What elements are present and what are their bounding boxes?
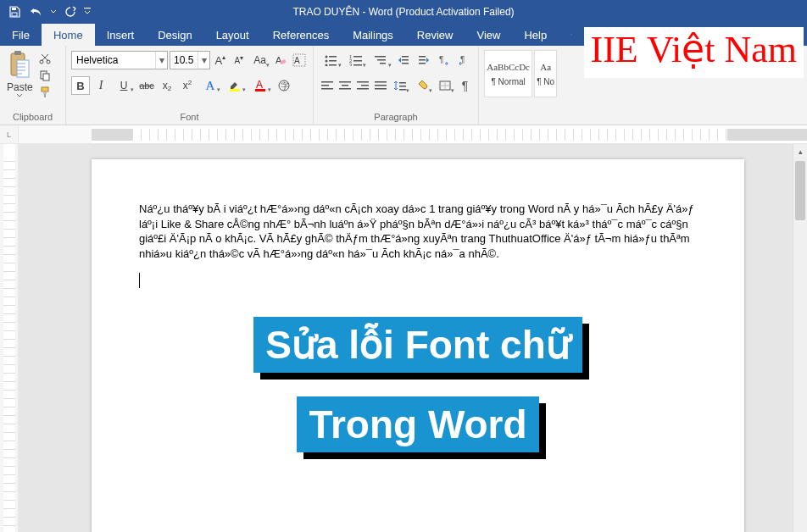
- titlebar: TRAO DUYÊN - Word (Product Activation Fa…: [0, 0, 807, 24]
- tab-help[interactable]: Help: [512, 24, 559, 46]
- copy-icon[interactable]: [37, 68, 53, 83]
- bullets-icon[interactable]: ▾: [319, 51, 342, 69]
- group-clipboard-label: Clipboard: [5, 110, 60, 125]
- page[interactable]: Náº¿u tháº¥y bÃ i viáº¿t hÆ°á»›ng dáº«n …: [92, 159, 744, 532]
- svg-rect-24: [329, 60, 337, 62]
- style-normal[interactable]: AaBbCcDc ¶ Normal: [484, 50, 532, 97]
- group-styles-label: [484, 120, 559, 125]
- svg-rect-39: [419, 56, 426, 58]
- redo-icon[interactable]: [59, 1, 81, 23]
- paste-label: Paste: [7, 81, 33, 93]
- svg-rect-4: [14, 51, 21, 55]
- underline-button[interactable]: U▾: [112, 76, 136, 95]
- italic-button[interactable]: I: [92, 76, 110, 95]
- shrink-font-icon[interactable]: A▾: [231, 51, 248, 69]
- tell-me-icon[interactable]: [559, 24, 584, 46]
- phonetic-guide-icon[interactable]: A: [291, 51, 308, 69]
- tab-mailings[interactable]: Mailings: [341, 24, 405, 46]
- tab-selector-icon[interactable]: L: [0, 125, 19, 143]
- svg-rect-26: [329, 64, 337, 66]
- align-right-icon[interactable]: [354, 76, 370, 95]
- document-area: Náº¿u tháº¥y bÃ i viáº¿t hÆ°á»›ng dáº«n …: [0, 144, 807, 532]
- decrease-indent-icon[interactable]: [394, 51, 413, 69]
- highlight-icon[interactable]: ▾: [224, 76, 248, 95]
- svg-rect-50: [357, 81, 369, 83]
- group-paragraph-label: Paragraph: [319, 110, 473, 125]
- save-icon[interactable]: [3, 1, 25, 23]
- ruler-vertical[interactable]: [0, 144, 19, 532]
- qat-customize-icon[interactable]: [81, 1, 93, 23]
- justify-icon[interactable]: [372, 76, 388, 95]
- svg-rect-22: [329, 56, 337, 58]
- cut-icon[interactable]: [37, 51, 53, 66]
- font-color-icon[interactable]: A▾: [249, 76, 273, 95]
- style-no-spacing[interactable]: Aa ¶ No: [534, 50, 557, 97]
- strikethrough-button[interactable]: abc: [137, 76, 156, 95]
- ltr-direction-icon[interactable]: ¶: [435, 51, 454, 69]
- tab-design[interactable]: Design: [146, 24, 203, 46]
- vertical-scrollbar[interactable]: ▴: [793, 144, 807, 532]
- scroll-up-icon[interactable]: ▴: [793, 144, 807, 158]
- group-paragraph: ▾ 123▾ ▾ ¶ ¶ ▾ ▾ ▾ ¶ Paragraph: [314, 46, 479, 125]
- svg-rect-49: [339, 88, 351, 90]
- svg-text:¶: ¶: [460, 55, 465, 64]
- svg-rect-11: [43, 91, 47, 94]
- tab-review[interactable]: Review: [405, 24, 465, 46]
- font-size-combo[interactable]: 10.5 ▾: [170, 51, 210, 69]
- undo-icon[interactable]: [25, 1, 47, 23]
- tab-references[interactable]: References: [261, 24, 341, 46]
- tab-file[interactable]: File: [0, 24, 42, 46]
- paste-button[interactable]: [8, 48, 31, 80]
- align-left-icon[interactable]: [319, 76, 335, 95]
- subscript-button[interactable]: x2: [158, 76, 176, 95]
- svg-rect-52: [357, 88, 369, 90]
- body-paragraph: Náº¿u tháº¥y bÃ i viáº¿t hÆ°á»›ng dáº«n …: [139, 202, 697, 261]
- tab-layout[interactable]: Layout: [204, 24, 261, 46]
- clear-formatting-icon[interactable]: A: [272, 51, 289, 69]
- group-clipboard: Paste Clipboard: [0, 46, 66, 125]
- style-preview: Aa: [540, 62, 551, 72]
- shading-icon[interactable]: ▾: [412, 76, 432, 95]
- svg-text:¶: ¶: [439, 55, 443, 64]
- svg-point-23: [325, 60, 327, 63]
- svg-rect-48: [342, 85, 348, 86]
- svg-rect-0: [12, 8, 16, 10]
- align-center-icon[interactable]: [337, 76, 353, 95]
- svg-rect-34: [377, 59, 386, 61]
- numbering-icon[interactable]: 123▾: [344, 51, 368, 69]
- increase-indent-icon[interactable]: [415, 51, 433, 69]
- bold-button[interactable]: B: [71, 76, 90, 95]
- show-marks-icon[interactable]: ¶: [457, 76, 473, 95]
- undo-dropdown-icon[interactable]: [47, 1, 59, 23]
- multilevel-list-icon[interactable]: ▾: [369, 51, 392, 69]
- rtl-direction-icon[interactable]: ¶: [454, 51, 473, 69]
- svg-rect-18: [255, 89, 265, 91]
- svg-rect-40: [419, 59, 426, 61]
- group-styles: AaBbCcDc ¶ Normal Aa ¶ No: [479, 46, 564, 125]
- chevron-down-icon[interactable]: ▾: [155, 52, 167, 69]
- enclose-characters-icon[interactable]: 字: [275, 76, 293, 95]
- superscript-button[interactable]: x2: [178, 76, 197, 95]
- svg-rect-45: [321, 85, 329, 86]
- svg-text:A: A: [256, 79, 263, 91]
- font-name-combo[interactable]: Helvetica ▾: [71, 51, 168, 69]
- text-effects-icon[interactable]: A▾: [198, 76, 222, 95]
- svg-rect-57: [399, 86, 406, 87]
- line-spacing-icon[interactable]: ▾: [390, 76, 410, 95]
- tab-view[interactable]: View: [465, 24, 512, 46]
- chevron-down-icon[interactable]: ▾: [198, 52, 209, 69]
- tab-insert[interactable]: Insert: [95, 24, 147, 46]
- quick-access-toolbar: [0, 1, 93, 23]
- tab-home[interactable]: Home: [42, 24, 95, 46]
- grow-font-icon[interactable]: A▴: [212, 51, 229, 69]
- paste-dropdown-icon[interactable]: [16, 93, 23, 98]
- headline-2: Trong Word: [297, 396, 538, 452]
- format-painter-icon[interactable]: [37, 85, 53, 100]
- svg-rect-55: [375, 88, 387, 90]
- borders-icon[interactable]: ▾: [435, 76, 455, 95]
- ruler-scale[interactable]: [92, 125, 807, 143]
- change-case-icon[interactable]: Aa▾: [249, 51, 270, 69]
- svg-rect-38: [402, 63, 409, 64]
- svg-rect-10: [42, 87, 48, 91]
- scroll-thumb[interactable]: [795, 161, 805, 220]
